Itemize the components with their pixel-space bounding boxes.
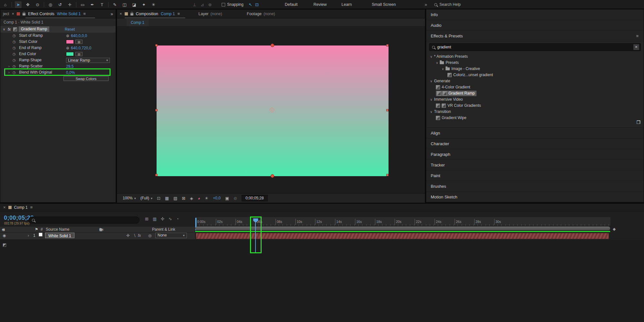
snapping-checkbox[interactable]: Snapping [222, 0, 244, 9]
checkbox-icon[interactable] [222, 3, 225, 6]
tree-item-animation-presets[interactable]: ∨ * Animation Presets [426, 54, 644, 60]
workspace-default[interactable]: Default [285, 0, 298, 9]
effects-presets-panel-header[interactable]: Effects & Presets ≡ [426, 31, 644, 41]
layer-twirl-icon[interactable]: › [28, 233, 29, 239]
param-value[interactable]: 29,5 [66, 64, 73, 69]
source-name-column-header[interactable]: Source Name [46, 226, 69, 233]
param-value[interactable]: 640,0,720,0 [71, 46, 91, 50]
brushes-panel-header[interactable]: Brushes [426, 181, 644, 192]
project-tab-close[interactable]: × [12, 11, 14, 16]
motion-sketch-panel-header[interactable]: Motion Sketch [426, 192, 644, 202]
reset-exposure-icon[interactable]: ☀ [205, 196, 208, 201]
tree-item-generate-category[interactable]: ∨ Generate [426, 78, 644, 84]
tree-item-vr-color-gradients[interactable]: VR Color Gradients [426, 103, 644, 109]
label-column-header[interactable]: ⚑ [35, 226, 38, 233]
character-panel-header[interactable]: Character [426, 138, 644, 149]
eye-icon[interactable]: ◉ [3, 233, 6, 239]
snapshot-camera-icon[interactable]: ▣ [225, 196, 229, 201]
current-time-display[interactable]: 0;00;05;28 [242, 195, 268, 201]
twirl-open-icon[interactable]: ∨ [430, 96, 432, 103]
selection-handle-bottom-right[interactable] [386, 174, 389, 176]
anchor-point-icon[interactable] [269, 107, 275, 113]
snap-arrow-icon[interactable]: ↖ [249, 2, 252, 7]
composition-tab-close[interactable]: × [120, 11, 122, 16]
clear-search-button[interactable]: ✕ [633, 44, 639, 50]
presets-search-field[interactable]: gradient ✕ [429, 43, 641, 51]
panel-menu-icon[interactable]: ≡ [178, 11, 180, 16]
snap-bounds-icon[interactable]: ⊡ [255, 2, 259, 7]
motion-blur-icon[interactable]: ◔ [176, 216, 179, 221]
fx-badge[interactable]: fx [8, 26, 11, 33]
roto-brush-tool-button[interactable]: ✦ [140, 1, 147, 8]
effect-name[interactable]: Gradient Ramp [19, 26, 49, 32]
shy-layers-icon[interactable]: ✣ [161, 216, 164, 221]
region-of-interest-icon[interactable]: ⊠ [182, 196, 186, 201]
project-tab-fragment[interactable]: ject [3, 12, 9, 16]
tree-item-transition-category[interactable]: ∨ Transition [426, 109, 644, 115]
show-snapshot-icon[interactable]: ⊘ [234, 196, 237, 201]
point-target-icon[interactable]: ⊕ [66, 34, 69, 38]
effect-controls-tab[interactable]: Effect Controls [28, 12, 54, 16]
color-management-icon[interactable]: ◕ [198, 196, 200, 201]
eyedropper-icon[interactable]: ▤ [75, 40, 82, 44]
timeline-tab-close[interactable]: × [3, 205, 6, 210]
footage-viewer-tab[interactable]: Footage (none) [247, 9, 275, 18]
workspace-overflow-button[interactable]: » [425, 0, 427, 9]
reset-button[interactable]: Reset [65, 26, 75, 33]
local-axis-mode-icon[interactable]: ⊥ [193, 2, 196, 7]
view-axis-mode-icon[interactable]: ⊚ [208, 2, 212, 7]
stopwatch-icon[interactable]: ◷ [13, 57, 16, 63]
draft-3d-icon[interactable]: ▥ [153, 216, 157, 221]
brush-tool-button[interactable]: ✎ [111, 1, 118, 8]
parent-select[interactable]: None ▾ [155, 233, 187, 238]
param-value[interactable]: 640,0,0,0 [71, 34, 87, 38]
stopwatch-icon[interactable]: ◷ [13, 33, 16, 39]
tree-item-4-color-gradient[interactable]: 4-Color Gradient [426, 84, 644, 90]
stopwatch-icon[interactable]: ◷ [13, 51, 16, 57]
mask-visibility-icon[interactable]: ▧ [173, 196, 177, 201]
stopwatch-icon[interactable]: ◷ [13, 39, 16, 45]
selection-handle-top-right[interactable] [386, 44, 389, 46]
index-column-header[interactable]: # [41, 226, 43, 233]
point-target-icon[interactable]: ⊕ [66, 46, 69, 50]
guides-icon[interactable]: ◈ [190, 196, 193, 201]
tree-item-gradient-wipe[interactable]: Gradient Wipe [426, 115, 644, 121]
layer-row-white-solid-1[interactable]: ◉ › 1 White Solid 1 ✣ ∖ fx ◎ None ▾ [0, 233, 195, 240]
twirl-open-icon[interactable]: ∨ [430, 109, 432, 115]
lock-icon[interactable] [130, 13, 133, 15]
parent-pickwhip-icon[interactable]: ◎ [148, 233, 151, 239]
ramp-shape-select[interactable]: Linear Ramp ▾ [66, 58, 110, 63]
threed-icon[interactable]: ⊕ [99, 226, 104, 233]
pan-behind-tool-button[interactable]: ✛ [66, 1, 73, 8]
audio-panel-header[interactable]: Audio [426, 20, 644, 31]
clone-stamp-tool-button[interactable]: ◫ [121, 1, 128, 8]
type-tool-button[interactable]: T [99, 1, 105, 8]
effect-header-row[interactable]: ∨ fx Gradient Ramp Reset [0, 26, 116, 33]
eraser-tool-button[interactable]: ◪ [131, 1, 138, 8]
stopwatch-icon[interactable]: ◷ [13, 45, 16, 51]
rotation-tool-button[interactable]: ↺ [57, 1, 63, 8]
world-axis-mode-icon[interactable]: ⊿ [200, 2, 204, 7]
panel-menu-icon[interactable]: ≡ [636, 31, 639, 41]
magnification-select[interactable]: 100% ▾ [123, 196, 136, 200]
paint-panel-header[interactable]: Paint [426, 170, 644, 181]
pen-tool-button[interactable]: ✒ [89, 1, 96, 8]
selection-tool-button[interactable]: ➤ [15, 1, 22, 8]
shy-switch-icon[interactable]: ✣ [126, 233, 130, 239]
toggle-switches-modes-button[interactable]: ◩ [3, 242, 6, 247]
panel-menu-icon[interactable]: ≡ [30, 205, 33, 210]
timeline-tab[interactable]: Comp 1 [14, 205, 28, 210]
resolution-select[interactable]: (Full) ▾ [140, 196, 152, 200]
search-help-field[interactable]: Search Help [434, 0, 461, 9]
home-button[interactable]: ⌂ [2, 1, 9, 8]
panel-menu-icon[interactable]: ≡ [83, 11, 86, 16]
fx-switch-icon[interactable]: fx [138, 233, 141, 239]
comp-1-viewer-tab[interactable]: Comp 1 [127, 19, 149, 26]
layer-viewer-tab[interactable]: Layer (none) [198, 9, 222, 18]
panel-collapse-button[interactable]: » [111, 9, 113, 18]
lock-icon[interactable]: ▪ [2, 226, 5, 233]
selection-handle-bottom-left[interactable] [155, 174, 158, 176]
puppet-pin-tool-button[interactable]: ✳ [150, 1, 157, 8]
swap-colors-button[interactable]: Swap Colors [63, 76, 109, 81]
eyedropper-icon[interactable]: ▤ [75, 52, 82, 56]
